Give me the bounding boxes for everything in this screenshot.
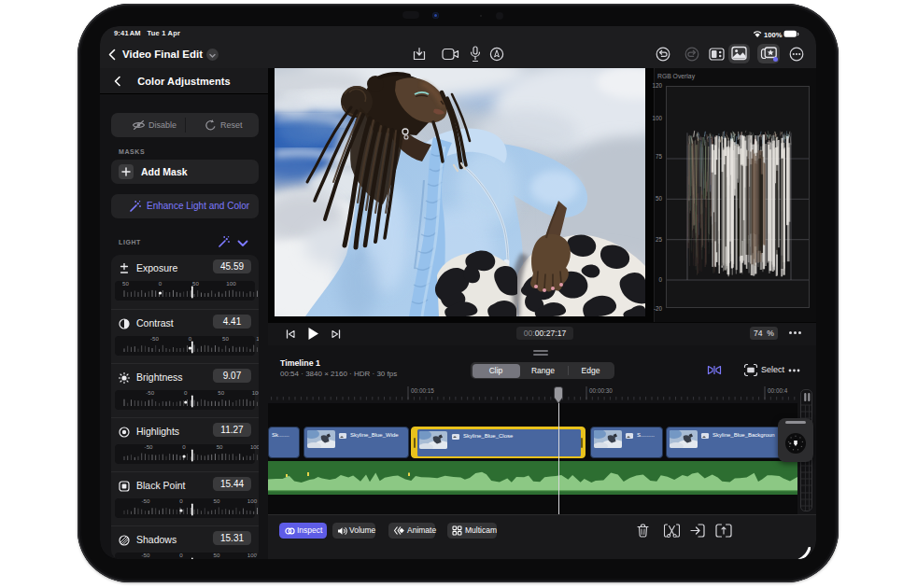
svg-text:100: 100 bbox=[250, 444, 259, 450]
svg-text:50: 50 bbox=[217, 444, 223, 450]
svg-text:-50: -50 bbox=[150, 336, 160, 342]
svg-text:0: 0 bbox=[159, 281, 162, 287]
svg-text:-50: -50 bbox=[142, 553, 151, 558]
svg-text:50: 50 bbox=[218, 390, 224, 396]
svg-text:-50: -50 bbox=[146, 390, 155, 396]
svg-text:100: 100 bbox=[226, 281, 236, 287]
svg-text:0: 0 bbox=[182, 444, 186, 450]
svg-text:50: 50 bbox=[192, 281, 199, 287]
svg-text:00:00:4: 00:00:4 bbox=[768, 387, 788, 394]
svg-text:0: 0 bbox=[179, 553, 183, 558]
svg-text:100: 100 bbox=[247, 498, 258, 504]
svg-text:50: 50 bbox=[214, 498, 220, 504]
svg-text:0: 0 bbox=[184, 390, 188, 396]
svg-text:-50: -50 bbox=[142, 498, 151, 504]
svg-text:00:00:15: 00:00:15 bbox=[411, 387, 434, 394]
svg-text:0: 0 bbox=[189, 336, 192, 342]
svg-text:100: 100 bbox=[247, 553, 258, 558]
svg-text:0: 0 bbox=[179, 498, 183, 504]
svg-text:100: 100 bbox=[252, 390, 259, 396]
svg-text:-50: -50 bbox=[145, 444, 154, 450]
svg-text:-50: -50 bbox=[122, 281, 130, 287]
svg-text:100: 100 bbox=[256, 336, 259, 342]
svg-text:100%: 100% bbox=[764, 31, 783, 39]
svg-text:00:00:30: 00:00:30 bbox=[589, 387, 613, 394]
svg-text:50: 50 bbox=[214, 553, 220, 558]
svg-text:50: 50 bbox=[222, 336, 229, 342]
